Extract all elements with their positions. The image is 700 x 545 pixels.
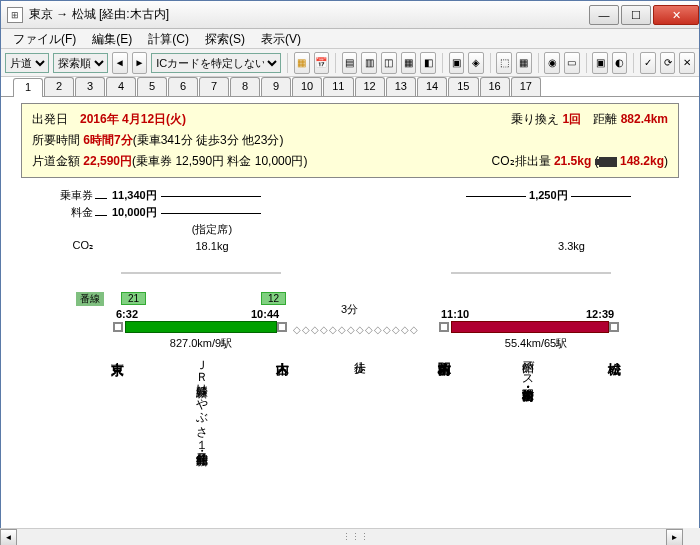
fare-header: 乗車券 11,340円 1,250円 料金 10,000円 (指定席) CO₂ …: [21, 186, 679, 254]
route-content: 出発日 2016年 4月12日(火) 乗り換え 1回 距離 882.4km 所要…: [1, 97, 699, 537]
tab-15[interactable]: 15: [448, 77, 478, 96]
tool-7-icon[interactable]: ◧: [420, 52, 436, 74]
titlebar: ⊞ 東京 → 松城 [経由:木古内] — ☐ ✕: [1, 1, 699, 29]
minimize-button[interactable]: —: [589, 5, 619, 25]
close-button[interactable]: ✕: [653, 5, 699, 25]
station-box-1: [113, 322, 123, 332]
platform-1: 21: [121, 292, 146, 305]
route-diagram: 番線 21 12 6:32 10:44 11:10 12:39 3分 ◇◇◇◇◇…: [21, 260, 679, 537]
truck-icon: [599, 157, 617, 167]
walk-segment: ◇◇◇◇◇◇◇◇◇◇◇◇◇◇: [293, 324, 438, 335]
transfer-count: 1回: [563, 112, 582, 126]
tool-14-icon[interactable]: ▣: [592, 52, 608, 74]
dep-date: 2016年 4月12日(火): [80, 112, 186, 126]
dist-1: 827.0km/9駅: [141, 336, 261, 351]
fare-total: 22,590円: [83, 154, 132, 168]
station-box-3: [439, 322, 449, 332]
dist-label: 距離: [593, 112, 617, 126]
tab-17[interactable]: 17: [511, 77, 541, 96]
tool-16-icon[interactable]: ✓: [640, 52, 656, 74]
menu-file[interactable]: ファイル(F): [5, 29, 84, 48]
dep-label: 出発日: [32, 112, 68, 126]
tool-1-icon[interactable]: ▦: [294, 52, 310, 74]
tab-14[interactable]: 14: [417, 77, 447, 96]
maximize-button[interactable]: ☐: [621, 5, 651, 25]
menu-search[interactable]: 探索(S): [197, 29, 253, 48]
walk-time: 3分: [341, 302, 358, 317]
sort-select[interactable]: 探索順: [53, 53, 108, 73]
co2-1: 18.1kg: [112, 239, 312, 252]
tab-6[interactable]: 6: [168, 77, 198, 96]
time-dep1: 6:32: [116, 308, 138, 320]
tool-6-icon[interactable]: ▦: [401, 52, 417, 74]
tool-11-icon[interactable]: ▦: [516, 52, 532, 74]
seat-type: (指定席): [112, 222, 312, 237]
trip-type-select[interactable]: 片道: [5, 53, 49, 73]
tab-7[interactable]: 7: [199, 77, 229, 96]
tab-4[interactable]: 4: [106, 77, 136, 96]
ticket1: 11,340円: [112, 189, 157, 201]
co2-bar-2: [451, 272, 611, 274]
platform-2: 12: [261, 292, 286, 305]
fare-detail: (乗車券 12,590円 料金 10,000円): [132, 154, 307, 168]
tab-5[interactable]: 5: [137, 77, 167, 96]
time-label: 所要時間: [32, 133, 80, 147]
tab-16[interactable]: 16: [480, 77, 510, 96]
tab-1[interactable]: 1: [13, 78, 43, 97]
transfer-label: 乗り換え: [511, 112, 559, 126]
co2-val: 21.5kg: [554, 154, 591, 168]
resize-grip[interactable]: [683, 528, 700, 545]
tool-10-icon[interactable]: ⬚: [496, 52, 512, 74]
line-1: ＪＲ新幹線はやぶさ１号・新函館北斗行: [193, 352, 210, 444]
co2-truck: 148.2kg: [620, 154, 664, 168]
line-2: 函館バス・松前出張所・木古内駅前・松前・: [519, 352, 536, 380]
summary-box: 出発日 2016年 4月12日(火) 乗り換え 1回 距離 882.4km 所要…: [21, 103, 679, 178]
tab-12[interactable]: 12: [355, 77, 385, 96]
app-window: ⊞ 東京 → 松城 [経由:木古内] — ☐ ✕ ファイル(F) 編集(E) 計…: [0, 0, 700, 545]
prev-icon[interactable]: ◄: [112, 52, 128, 74]
scroll-grip-icon[interactable]: ⋮⋮⋮: [342, 532, 369, 542]
scroll-right-icon[interactable]: ►: [666, 529, 683, 545]
co2-hdr-label: CO₂: [23, 239, 93, 252]
menu-edit[interactable]: 編集(E): [84, 29, 140, 48]
tab-2[interactable]: 2: [44, 77, 74, 96]
tool-12-icon[interactable]: ◉: [544, 52, 560, 74]
segment-2[interactable]: [451, 321, 609, 333]
toolbar: 片道 探索順 ◄ ► ICカードを特定しない ▦ 📅 ▤ ▥ ◫ ▦ ◧ ▣ ◈…: [1, 49, 699, 77]
next-icon[interactable]: ►: [132, 52, 148, 74]
dist-2: 55.4km/65駅: [476, 336, 596, 351]
calendar-icon[interactable]: 📅: [314, 52, 330, 74]
platform-label: 番線: [76, 292, 104, 306]
menu-calc[interactable]: 計算(C): [140, 29, 197, 48]
tab-9[interactable]: 9: [261, 77, 291, 96]
ic-card-select[interactable]: ICカードを特定しない: [151, 53, 281, 73]
tool-18-icon[interactable]: ✕: [679, 52, 695, 74]
scroll-left-icon[interactable]: ◄: [0, 529, 17, 545]
tool-17-icon[interactable]: ⟳: [660, 52, 676, 74]
tool-5-icon[interactable]: ◫: [381, 52, 397, 74]
co2-2: 3.3kg: [466, 239, 677, 252]
tab-3[interactable]: 3: [75, 77, 105, 96]
fee-label: 料金: [23, 205, 93, 220]
tab-8[interactable]: 8: [230, 77, 260, 96]
tool-15-icon[interactable]: ◐: [612, 52, 628, 74]
app-icon: ⊞: [7, 7, 23, 23]
tool-4-icon[interactable]: ▥: [361, 52, 377, 74]
tab-10[interactable]: 10: [292, 77, 322, 96]
menu-view[interactable]: 表示(V): [253, 29, 309, 48]
station-box-2: [277, 322, 287, 332]
time-dep2: 11:10: [441, 308, 469, 320]
time-detail: (乗車341分 徒歩3分 他23分): [133, 133, 284, 147]
time-arr2: 12:39: [586, 308, 614, 320]
ticket2: 1,250円: [529, 189, 568, 201]
ticket-label: 乗車券: [23, 188, 93, 203]
segment-1[interactable]: [125, 321, 277, 333]
tab-11[interactable]: 11: [323, 77, 353, 96]
tab-13[interactable]: 13: [386, 77, 416, 96]
tool-9-icon[interactable]: ◈: [468, 52, 484, 74]
tool-8-icon[interactable]: ▣: [449, 52, 465, 74]
distance: 882.4km: [621, 112, 668, 126]
h-scrollbar[interactable]: ◄ ► ⋮⋮⋮: [0, 528, 683, 545]
tool-3-icon[interactable]: ▤: [342, 52, 358, 74]
tool-13-icon[interactable]: ▭: [564, 52, 580, 74]
